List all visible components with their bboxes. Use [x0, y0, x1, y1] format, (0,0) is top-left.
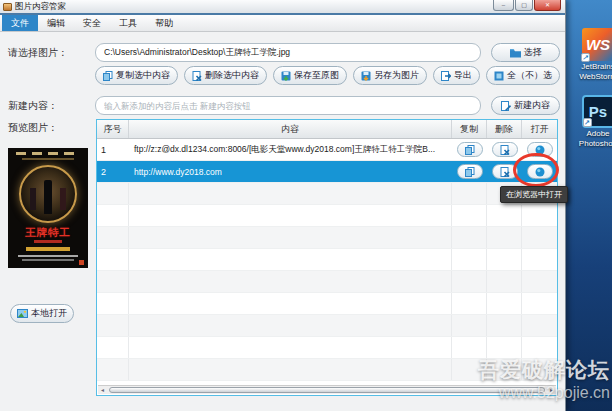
- save-original-button[interactable]: 保存至原图: [273, 66, 347, 85]
- folder-icon: [510, 48, 521, 58]
- table-empty-row[interactable]: [97, 271, 557, 293]
- scroll-left-arrow[interactable]: ◂: [98, 386, 107, 394]
- window-title: 图片内容管家: [15, 1, 66, 13]
- poster-title: 王牌特工: [8, 226, 88, 240]
- delete-icon: [500, 167, 510, 177]
- select-all-icon: [494, 71, 504, 81]
- webstorm-logo-text: WS: [586, 36, 610, 53]
- menu-edit[interactable]: 编辑: [38, 15, 74, 31]
- close-button[interactable]: ✕: [534, 0, 561, 11]
- minimize-button[interactable]: –: [493, 0, 514, 11]
- poster-figure: [44, 180, 52, 214]
- table-row[interactable]: 1 ftp://z:z@dx.dl1234.com:8006/[电影天堂www.…: [97, 139, 557, 161]
- select-image-label: 请选择图片：: [8, 46, 68, 60]
- content-table: 序号 内容 复制 删除 打开 1 ftp://z:z@dx.dl1234.com…: [96, 119, 558, 396]
- table-empty-row[interactable]: [97, 249, 557, 271]
- poster-figure: [30, 188, 36, 210]
- table-empty-row[interactable]: [97, 315, 557, 337]
- poster-date-bar: [26, 247, 70, 251]
- movie-poster-thumbnail[interactable]: 王牌特工: [8, 148, 88, 268]
- poster-top-line: [22, 158, 74, 160]
- webstorm-icon: WS ↗: [582, 28, 612, 61]
- row-content: http://www.dy2018.com: [129, 161, 452, 182]
- poster-subtitle-bar: [34, 240, 62, 243]
- preview-label: 预览图片：: [8, 121, 58, 135]
- save-as-image-button[interactable]: 另存为图片: [353, 66, 427, 85]
- copy-icon: [465, 145, 475, 155]
- table-empty-rows: [97, 183, 557, 381]
- copy-selected-label: 复制选中内容: [116, 69, 170, 82]
- poster-figure: [60, 188, 66, 210]
- table-empty-row[interactable]: [97, 359, 557, 381]
- toolbar: 复制选中内容 删除选中内容 保存至原图 另存为图片 导出 全（不）选: [95, 66, 560, 85]
- row-delete-button[interactable]: [492, 142, 518, 157]
- header-open: 打开: [522, 120, 557, 138]
- save-as-image-label: 另存为图片: [374, 69, 419, 82]
- row-copy-button[interactable]: [457, 142, 483, 157]
- new-content-input[interactable]: [95, 96, 481, 115]
- menu-help[interactable]: 帮助: [146, 15, 182, 31]
- choose-file-button[interactable]: 选择: [491, 43, 560, 62]
- open-in-browser-tooltip: 在浏览器中打开: [500, 186, 568, 203]
- choose-file-label: 选择: [524, 46, 542, 59]
- select-all-button[interactable]: 全（不）选: [486, 66, 560, 85]
- delete-selected-label: 删除选中内容: [205, 69, 259, 82]
- save-original-label: 保存至原图: [294, 69, 339, 82]
- new-content-label: 新建内容：: [8, 99, 58, 113]
- menu-file[interactable]: 文件: [2, 15, 38, 31]
- photoshop-icon: Ps ↗: [582, 95, 612, 128]
- scroll-right-arrow[interactable]: ▸: [547, 386, 556, 394]
- desktop-icon-label: Adobe: [574, 129, 612, 139]
- photoshop-logo-text: Ps: [589, 103, 607, 120]
- menu-security[interactable]: 安全: [74, 15, 110, 31]
- new-content-button-label: 新建内容: [514, 99, 550, 112]
- header-no: 序号: [97, 120, 129, 138]
- app-window: 图片内容管家 – ▢ ✕ 文件 编辑 安全 工具 帮助 请选择图片： 选择: [0, 0, 566, 411]
- desktop-icon-webstorm[interactable]: WS ↗ JetBrains WebStorm: [574, 28, 612, 81]
- table-empty-row[interactable]: [97, 183, 557, 205]
- desktop-icon-photoshop[interactable]: Ps ↗ Adobe Photoshop: [574, 95, 612, 148]
- table-empty-row[interactable]: [97, 337, 557, 359]
- row-number: 1: [97, 139, 129, 160]
- delete-icon: [500, 145, 510, 155]
- shortcut-arrow-icon: ↗: [583, 118, 592, 127]
- desktop-icon-label: JetBrains: [574, 62, 612, 72]
- row-copy-button[interactable]: [457, 164, 483, 179]
- header-copy: 复制: [452, 120, 487, 138]
- menu-bar: 文件 编辑 安全 工具 帮助: [0, 15, 565, 32]
- table-header: 序号 内容 复制 删除 打开: [97, 120, 557, 139]
- table-row-selected[interactable]: 2 http://www.dy2018.com: [97, 161, 557, 183]
- maximize-button[interactable]: ▢: [515, 0, 533, 11]
- local-open-button[interactable]: 本地打开: [10, 304, 74, 323]
- copy-selected-button[interactable]: 复制选中内容: [95, 66, 178, 85]
- desktop: WS ↗ JetBrains WebStorm Ps ↗ Adobe Photo…: [0, 0, 612, 411]
- table-empty-row[interactable]: [97, 227, 557, 249]
- image-path-input[interactable]: [95, 43, 481, 62]
- poster-rating-mark: [79, 260, 84, 265]
- red-annotation-circle: [513, 153, 559, 187]
- local-open-label: 本地打开: [31, 307, 67, 320]
- delete-icon: [192, 71, 202, 81]
- select-all-label: 全（不）选: [507, 69, 552, 82]
- menu-tools[interactable]: 工具: [110, 15, 146, 31]
- poster-fineprint: [22, 259, 74, 261]
- export-label: 导出: [454, 69, 472, 82]
- scrollbar-thumb[interactable]: [109, 387, 545, 393]
- table-empty-row[interactable]: [97, 293, 557, 315]
- delete-selected-button[interactable]: 删除选中内容: [184, 66, 267, 85]
- table-empty-row[interactable]: [97, 205, 557, 227]
- image-icon: [17, 309, 28, 318]
- title-bar[interactable]: 图片内容管家 – ▢ ✕: [0, 0, 565, 13]
- horizontal-scrollbar[interactable]: ◂ ▸: [98, 385, 556, 394]
- new-content-button[interactable]: 新建内容: [491, 96, 560, 115]
- row-number: 2: [97, 161, 129, 182]
- export-button[interactable]: 导出: [433, 66, 480, 85]
- save-icon: [281, 71, 291, 81]
- new-doc-icon: [501, 101, 511, 111]
- copy-icon: [103, 71, 113, 81]
- shortcut-arrow-icon: ↗: [581, 53, 590, 62]
- save-as-icon: [361, 71, 371, 81]
- app-icon: [3, 3, 12, 11]
- poster-fineprint: [18, 255, 78, 257]
- header-content: 内容: [129, 120, 452, 138]
